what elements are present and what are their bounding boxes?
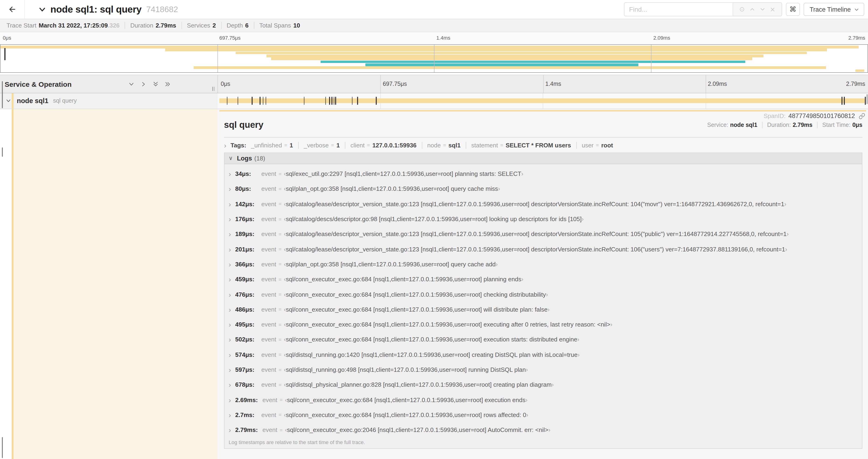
minimap-canvas[interactable] xyxy=(0,44,868,73)
log-field-key: event xyxy=(261,261,276,268)
log-timestamp: 189μs: xyxy=(235,231,257,238)
log-field-key: event xyxy=(261,231,276,238)
minimap-grid-line xyxy=(434,45,434,72)
trace-start-value: March 31 2022, 17:25:09.326 xyxy=(39,22,120,29)
log-row[interactable]: ›459μs:event=‹sql/conn_executor_exec.go:… xyxy=(224,272,862,287)
log-row[interactable]: ›486μs:event=‹sql/conn_executor_exec.go:… xyxy=(224,302,862,317)
selected-span-highlight xyxy=(13,109,217,459)
open-quote: ‹ xyxy=(284,276,286,283)
log-row[interactable]: ›495μs:event=‹sql/conn_executor_exec.go:… xyxy=(224,317,862,332)
log-equals: = xyxy=(279,276,282,282)
chevron-right-icon: › xyxy=(229,321,231,328)
next-match-icon[interactable] xyxy=(757,4,768,14)
span-row-track[interactable] xyxy=(217,93,868,108)
trace-start-fraction: .326 xyxy=(108,22,120,29)
left-scrollbar-thumb[interactable] xyxy=(2,147,3,157)
log-row[interactable]: ›80μs:event=‹sql/plan_opt.go:358 [nsql1,… xyxy=(224,182,862,197)
log-timestamp: 476μs: xyxy=(235,291,257,298)
span-detail-title: sql query xyxy=(224,120,264,130)
span-row: node sql1 sql query xyxy=(0,93,868,109)
log-row[interactable]: ›34μs:event=‹sql/exec_util.go:2297 [nsql… xyxy=(224,166,862,182)
log-row[interactable]: ›176μs:event=‹sql/catalog/descs/descript… xyxy=(224,211,862,227)
log-row[interactable]: ›574μs:event=‹sql/distsql_running.go:142… xyxy=(224,347,862,362)
close-quote: › xyxy=(521,170,523,177)
log-row[interactable]: ›142μs:event=‹sql/catalog/lease/descript… xyxy=(224,196,862,211)
log-field-key: event xyxy=(261,291,276,298)
log-row[interactable]: ›502μs:event=‹sql/conn_executor_exec.go:… xyxy=(224,332,862,347)
minimap-span-bar xyxy=(365,63,639,66)
expand-one-icon[interactable] xyxy=(141,81,147,87)
log-row[interactable]: ›2.79ms:event=‹sql/conn_executor_exec.go… xyxy=(224,422,862,437)
log-timestamp: 502μs: xyxy=(235,336,257,343)
log-row[interactable]: ›2.69ms:event=‹sql/conn_executor_exec.go… xyxy=(224,392,862,407)
log-timestamp: 2.69ms: xyxy=(235,396,258,403)
duration-value: 2.79ms xyxy=(156,22,176,29)
log-row[interactable]: ›201μs:event=‹sql/catalog/lease/descript… xyxy=(224,242,862,257)
tags-row[interactable]: › Tags: _unfinished=1_verbose=1client=12… xyxy=(224,141,862,149)
close-quote: › xyxy=(611,321,613,328)
log-field-key: event xyxy=(261,381,276,388)
span-id-label: SpanID: xyxy=(764,112,786,120)
span-id-row: SpanID: 4877749850101760812 xyxy=(764,109,865,123)
time-tick-label: 1.4ms xyxy=(545,81,561,87)
log-row[interactable]: ›189μs:event=‹sql/catalog/lease/descript… xyxy=(224,226,862,242)
right-scrollbar-thumb[interactable] xyxy=(866,94,868,104)
log-field-key: event xyxy=(262,396,277,403)
log-field-value: sql/plan_opt.go:358 [nsql1,client=127.0.… xyxy=(286,261,496,268)
tag-key: user xyxy=(582,141,594,149)
chevron-right-icon: › xyxy=(229,351,231,358)
expand-all-icon[interactable] xyxy=(165,81,171,87)
chevron-right-icon: › xyxy=(229,306,231,313)
link-icon[interactable] xyxy=(859,113,865,119)
close-quote: › xyxy=(785,245,787,253)
trace-view-select[interactable]: Trace Timeline xyxy=(804,3,864,16)
chevron-right-icon: › xyxy=(229,170,231,177)
span-collapse-chevron-icon[interactable] xyxy=(6,98,11,104)
open-quote: ‹ xyxy=(284,245,286,253)
log-field-key: event xyxy=(261,366,276,373)
time-tick-label: 697.75μs xyxy=(383,81,407,87)
span-row-name-column[interactable]: node sql1 sql query xyxy=(0,93,217,108)
log-row[interactable]: ›366μs:event=‹sql/plan_opt.go:358 [nsql1… xyxy=(224,257,862,272)
log-row[interactable]: ›597μs:event=‹sql/distsql_running.go:498… xyxy=(224,362,862,378)
focus-match-icon[interactable] xyxy=(737,4,747,14)
close-quote: › xyxy=(498,186,500,192)
find-input[interactable] xyxy=(624,3,733,15)
tag-separator xyxy=(576,141,577,149)
tag-value: 1 xyxy=(337,141,340,149)
open-quote: ‹ xyxy=(284,261,286,268)
log-timestamp: 486μs: xyxy=(235,306,257,313)
logs-footer-note: Log timestamps are relative to the start… xyxy=(224,437,862,448)
prev-match-icon[interactable] xyxy=(747,4,757,14)
log-timestamp: 142μs: xyxy=(235,200,257,207)
tags-label: Tags: xyxy=(230,141,246,149)
span-duration-bar[interactable] xyxy=(219,99,865,103)
log-field-value: sql/conn_executor_exec.go:684 [nsql1,cli… xyxy=(287,396,525,403)
clear-search-icon[interactable] xyxy=(768,4,778,14)
log-field-value: sql/conn_executor_exec.go:684 [nsql1,cli… xyxy=(286,412,526,418)
back-button[interactable] xyxy=(0,0,25,19)
minimap-left-drag-handle[interactable] xyxy=(4,48,6,60)
logs-header[interactable]: ∨ Logs (18) xyxy=(224,153,862,164)
close-quote: › xyxy=(526,366,528,373)
left-scrollbar-thumb[interactable] xyxy=(2,81,3,108)
collapse-trace-chevron-icon[interactable] xyxy=(38,5,46,13)
open-quote: ‹ xyxy=(284,306,286,313)
keyboard-shortcuts-button[interactable]: ⌘ xyxy=(786,3,800,16)
column-resizer-grip[interactable] xyxy=(212,87,215,91)
log-row[interactable]: ›678μs:event=‹sql/distsql_physical_plann… xyxy=(224,377,862,392)
close-quote: › xyxy=(548,306,550,313)
log-event-marker xyxy=(376,97,377,105)
collapse-one-icon[interactable] xyxy=(128,81,134,87)
log-row[interactable]: ›2.7ms:event=‹sql/conn_executor_exec.go:… xyxy=(224,407,862,423)
span-id-value: 4877749850101760812 xyxy=(788,112,855,120)
trace-id: 7418682 xyxy=(146,4,178,14)
span-service-name: node sql1 xyxy=(17,97,48,105)
span-color-strip xyxy=(11,93,13,108)
left-scrollbar-thumb[interactable] xyxy=(2,437,3,458)
close-quote: › xyxy=(526,412,528,418)
collapse-all-icon[interactable] xyxy=(153,81,159,87)
log-row[interactable]: ›476μs:event=‹sql/conn_executor_exec.go:… xyxy=(224,287,862,302)
log-timestamp: 366μs: xyxy=(235,261,257,268)
open-quote: ‹ xyxy=(284,381,286,388)
